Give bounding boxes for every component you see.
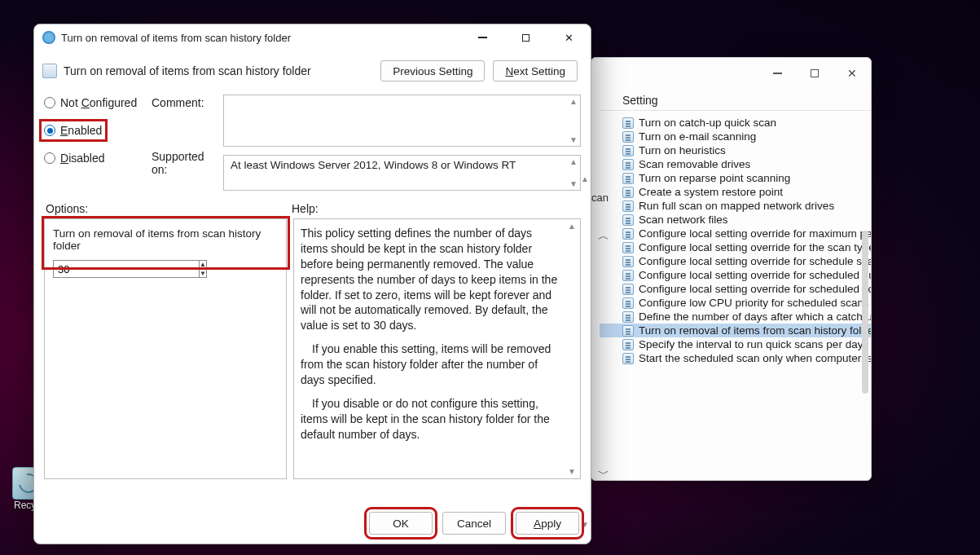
spinner-down-button[interactable]: ▼ [200, 270, 206, 278]
list-item[interactable]: Turn on heuristics [600, 143, 871, 157]
list-item[interactable]: Configure local setting override for sch… [600, 268, 871, 282]
state-radio-group: Not Configured Enabled Disabled [44, 95, 148, 191]
parent-close-button[interactable]: ✕ [833, 60, 871, 86]
list-item[interactable]: Specify the interval to run quick scans … [600, 337, 871, 351]
policy-item-icon [622, 159, 634, 170]
next-setting-button[interactable]: Next Setting [493, 60, 578, 81]
list-item-label: Turn on reparse point scanning [639, 172, 790, 184]
list-item-label: Configure low CPU priority for scheduled… [639, 297, 869, 309]
options-pane: Turn on removal of items from scan histo… [44, 218, 287, 479]
list-item-label: Configure local setting override for sch… [639, 269, 871, 281]
policy-dialog: Turn on removal of items from scan histo… [33, 24, 591, 544]
parent-column-header[interactable]: Setting [600, 92, 871, 111]
list-item-label: Configure local setting override for sch… [639, 283, 871, 295]
comment-scrollbar[interactable]: ▲▼ [567, 95, 580, 146]
list-item-label: Start the scheduled scan only when compu… [639, 352, 871, 364]
supported-scrollbar[interactable]: ▲▼ [567, 156, 580, 190]
list-item-label: Scan network files [639, 214, 728, 226]
policy-item-icon [622, 145, 634, 156]
radio-disabled[interactable]: Disabled [44, 152, 148, 165]
comment-textarea[interactable]: ▲▼ [223, 95, 581, 147]
list-item[interactable]: Run full scan on mapped network drives [600, 199, 871, 213]
list-item[interactable]: Turn on removal of items from scan histo… [600, 324, 871, 337]
help-paragraph-3: If you disable or do not configure this … [301, 396, 562, 443]
policy-item-icon [622, 187, 634, 198]
list-item-label: Create a system restore point [639, 186, 783, 198]
radio-circle-icon [44, 152, 55, 164]
supported-on-box: At least Windows Server 2012, Windows 8 … [223, 155, 581, 191]
dialog-side-scrollbar[interactable]: ▲ ▼ [581, 174, 589, 511]
apply-button[interactable]: Apply [516, 512, 579, 535]
list-item[interactable]: Configure low CPU priority for scheduled… [600, 296, 871, 310]
parent-minimize-button[interactable] [758, 60, 796, 86]
list-item-label: Specify the interval to run quick scans … [639, 338, 863, 350]
app-icon [42, 31, 55, 44]
policy-item-icon [622, 270, 634, 281]
help-pane: This policy setting defines the number o… [293, 218, 581, 479]
list-item[interactable]: Scan network files [600, 213, 871, 227]
minimize-button[interactable] [464, 26, 501, 49]
parent-gpo-window: ✕ can Setting ︿ ﹀ Turn on catch-up quick… [591, 57, 872, 481]
previous-setting-label: Previous Setting [393, 65, 472, 77]
dialog-footer: OK Cancel Apply [34, 503, 591, 544]
help-scrollbar[interactable]: ▲▼ [565, 219, 578, 478]
cancel-button[interactable]: Cancel [442, 512, 506, 535]
dialog-header: Turn on removal of items from scan histo… [34, 51, 591, 85]
scroll-down-chevron-icon[interactable]: ﹀ [593, 464, 614, 481]
supported-on-label: Supported on: [152, 147, 220, 191]
parent-maximize-button[interactable] [796, 60, 833, 86]
list-item[interactable]: Turn on e-mail scanning [600, 130, 871, 143]
list-item-label: Scan removable drives [639, 158, 750, 170]
settings-list[interactable]: Turn on catch-up quick scanTurn on e-mai… [600, 116, 871, 365]
options-highlight-box [42, 216, 290, 270]
list-item[interactable]: Configure local setting override for max… [600, 227, 871, 240]
parent-truncated-label: can [591, 192, 609, 204]
list-item-label: Define the number of days after which a … [639, 311, 871, 323]
policy-item-icon [622, 117, 634, 129]
list-item[interactable]: Start the scheduled scan only when compu… [600, 351, 871, 365]
policy-item-icon [622, 228, 634, 240]
list-item[interactable]: Configure local setting override for sch… [600, 254, 871, 268]
help-heading: Help: [292, 202, 319, 215]
help-paragraph-2: If you enable this setting, items will b… [301, 341, 562, 388]
list-item-label: Turn on removal of items from scan histo… [639, 324, 871, 337]
radio-circle-icon [44, 97, 55, 108]
policy-item-icon [622, 311, 634, 323]
list-item[interactable]: Scan removable drives [600, 157, 871, 171]
parent-titlebar: ✕ [591, 58, 871, 89]
list-item[interactable]: Configure local setting override for the… [600, 240, 871, 254]
window-title: Turn on removal of items from scan histo… [61, 32, 458, 44]
previous-setting-button[interactable]: Previous Setting [380, 60, 485, 81]
enabled-highlight-box: Enabled [39, 119, 108, 142]
maximize-button[interactable] [507, 26, 544, 49]
policy-item-icon [622, 325, 634, 337]
policy-item-icon [622, 214, 634, 226]
policy-item-icon [622, 200, 634, 212]
list-item-label: Configure local setting override for max… [639, 227, 871, 240]
help-paragraph-1: This policy setting defines the number o… [301, 226, 562, 333]
policy-item-icon [622, 173, 634, 184]
close-button[interactable] [550, 26, 587, 49]
policy-item-icon [622, 353, 634, 364]
dialog-titlebar[interactable]: Turn on removal of items from scan histo… [34, 24, 591, 51]
list-item-label: Turn on catch-up quick scan [639, 117, 776, 129]
policy-item-icon [622, 242, 634, 253]
policy-name: Turn on removal of items from scan histo… [64, 64, 374, 77]
comment-label: Comment: [152, 95, 220, 147]
list-item[interactable]: Define the number of days after which a … [600, 310, 871, 324]
radio-not-configured[interactable]: Not Configured [44, 96, 148, 109]
policy-item-icon [622, 297, 634, 309]
list-item-label: Configure local setting override for sch… [639, 255, 871, 267]
radio-enabled[interactable]: Enabled [44, 124, 102, 137]
scroll-up-chevron-icon[interactable]: ︿ [593, 226, 614, 247]
list-item-label: Run full scan on mapped network drives [639, 200, 834, 212]
ok-button[interactable]: OK [369, 512, 433, 535]
list-item[interactable]: Turn on reparse point scanning [600, 171, 871, 185]
supported-on-text: At least Windows Server 2012, Windows 8 … [231, 159, 516, 171]
list-item[interactable]: Create a system restore point [600, 185, 871, 199]
list-item[interactable]: Turn on catch-up quick scan [600, 116, 871, 130]
parent-scrollbar-thumb[interactable] [862, 231, 868, 394]
policy-item-icon [622, 131, 634, 143]
list-item[interactable]: Configure local setting override for sch… [600, 282, 871, 296]
radio-circle-icon [44, 125, 55, 136]
